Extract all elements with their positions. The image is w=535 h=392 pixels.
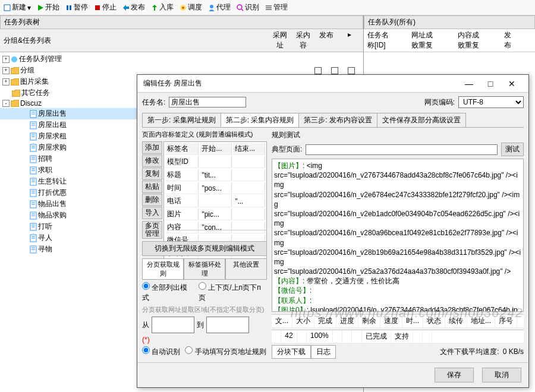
radio-manual[interactable]: 手动填写分页地址规则 — [185, 346, 266, 357]
folder-icon — [12, 90, 20, 97]
test-output: 【图片】: <imgsrc="lsupload/20200416/n_v2767… — [272, 159, 524, 312]
tree-item-label: 物品出售 — [38, 199, 67, 209]
tag-section-title: 页面内容标签定义 (规则普通编辑模式) — [142, 130, 267, 139]
task-name-input[interactable] — [169, 97, 246, 108]
cancel-button[interactable]: 取消 — [482, 368, 521, 382]
tab-block-download[interactable]: 分块下载 — [272, 345, 311, 359]
radio-auto[interactable]: 自动识别 — [142, 346, 180, 357]
recognize-button[interactable]: 识别 — [237, 2, 259, 12]
tag-row[interactable]: 标题"tit... — [165, 169, 265, 181]
queue-headers: 任务名称[ID] 网址成败重复 内容成败重复 发布 — [364, 29, 535, 52]
from-input[interactable] — [152, 317, 194, 333]
manage-button[interactable]: 管理 — [265, 2, 288, 12]
switch-mode-button[interactable]: 切换到无限级多页规则编辑模式 — [142, 241, 267, 256]
minimize-button[interactable]: — — [458, 79, 480, 88]
step-2-tab[interactable]: 第二步: 采集内容规则 — [221, 113, 300, 127]
multipage-button[interactable]: 多页 管理 — [142, 221, 162, 239]
task-name-label: 任务名: — [142, 97, 165, 108]
svg-point-7 — [210, 5, 213, 8]
close-button[interactable]: ✕ — [501, 79, 523, 88]
document-icon — [30, 200, 37, 208]
tree-item-label: 房屋求购 — [38, 143, 67, 153]
folder-icon — [11, 78, 19, 86]
tree-item-label: Discuz — [20, 99, 42, 108]
tag-添加-button[interactable]: 添加 — [142, 141, 162, 154]
svg-point-8 — [237, 5, 242, 10]
tag-复制-button[interactable]: 复制 — [142, 167, 162, 180]
tree-item-label: 房屋出售 — [38, 109, 67, 119]
edit-task-dialog: 编辑任务 房屋出售 — □ ✕ 任务名: 网页编码: UTF-8 第一步: 采集… — [137, 74, 529, 388]
expand-icon[interactable]: + — [2, 78, 10, 86]
checkbox[interactable] — [331, 67, 338, 74]
tree-item-label: 打听 — [38, 222, 52, 232]
tab-log[interactable]: 日志 — [311, 345, 336, 359]
step-3-tab[interactable]: 第三步: 发布内容设置 — [298, 113, 377, 127]
radio-all-list[interactable]: 全部列出模式 — [142, 282, 194, 303]
test-button[interactable]: 测试 — [501, 143, 524, 156]
tag-row[interactable]: 图片"pic... — [165, 208, 265, 220]
svg-rect-10 — [266, 5, 272, 7]
import-button[interactable]: 入库 — [151, 2, 174, 12]
paging-note: 分页获取网址提取区域(不指定不提取分页) — [142, 305, 267, 314]
svg-point-13 — [11, 56, 17, 62]
proxy-button[interactable]: 代理 — [208, 2, 231, 12]
maximize-button[interactable]: □ — [480, 79, 501, 88]
encoding-select[interactable]: UTF-8 — [458, 96, 524, 108]
document-icon — [30, 144, 37, 152]
tag-修改-button[interactable]: 修改 — [142, 154, 162, 167]
new-button[interactable]: 新建▾ — [4, 2, 31, 12]
expand-icon[interactable]: + — [2, 56, 10, 63]
step-1-tab[interactable]: 第一步: 采集网址规则 — [142, 113, 221, 127]
subtab-other[interactable]: 其他设置 — [225, 258, 267, 280]
download-row: 42 100% 已完成支持 — [272, 330, 524, 343]
pause-button[interactable]: 暂停 — [65, 2, 88, 12]
step-4-tab[interactable]: 文件保存及部分高级设置 — [377, 113, 466, 127]
tree-item-label: 求职 — [38, 165, 52, 175]
tag-row[interactable]: 电话"... — [165, 195, 265, 207]
tag-row[interactable]: 模型ID — [165, 156, 265, 168]
document-icon — [30, 166, 37, 175]
stop-button[interactable]: 停止 — [94, 2, 117, 12]
publish-button[interactable]: 发布 — [122, 2, 145, 12]
save-button[interactable]: 保存 — [435, 368, 474, 382]
tree-item-label: 图片采集 — [20, 77, 49, 87]
step-tabs: 第一步: 采集网址规则 第二步: 采集内容规则 第三步: 发布内容设置 文件保存… — [142, 113, 524, 128]
svg-point-6 — [182, 7, 184, 9]
schedule-button[interactable]: 调度 — [180, 2, 202, 12]
tree-item[interactable]: +任务队列管理 — [0, 53, 363, 65]
svg-rect-0 — [4, 5, 10, 11]
subtab-loop[interactable]: 标签循环处理 — [184, 258, 225, 280]
tag-row[interactable]: 时间"pos... — [165, 182, 265, 194]
document-icon — [30, 223, 37, 231]
expand-icon[interactable]: - — [2, 100, 10, 107]
queue-title: 任务队列(所有) — [364, 15, 535, 29]
document-icon — [30, 211, 37, 220]
document-icon — [30, 189, 37, 197]
radio-updown[interactable]: 上下页/上n页下n页 — [199, 282, 267, 303]
tree-item-label: 任务队列管理 — [19, 54, 62, 64]
test-url-input[interactable] — [306, 144, 498, 155]
svg-rect-11 — [266, 7, 272, 8]
encoding-label: 网页编码: — [424, 97, 455, 108]
folder-icon — [11, 67, 19, 74]
subtab-paging[interactable]: 分页获取规则 — [142, 258, 184, 280]
start-button[interactable]: 开始 — [37, 2, 59, 12]
tree-item-label: 寻人 — [38, 233, 52, 243]
folder-icon — [11, 100, 19, 107]
document-icon — [30, 110, 37, 118]
main-toolbar: 新建▾ 开始 暂停 停止 发布 入库 调度 代理 识别 管理 — [0, 0, 535, 15]
download-headers: 文...大小完成进度剩余速度时...状态续传地址...序号 — [272, 314, 524, 327]
tag-删除-button[interactable]: 删除 — [142, 194, 162, 206]
tree-item-label: 生意转让 — [38, 176, 67, 186]
dialog-title: 编辑任务 房屋出售 — [143, 78, 202, 88]
group-task-tab[interactable]: 分组&任务列表 — [4, 36, 269, 46]
expand-icon[interactable]: + — [2, 67, 10, 74]
tag-导入-button[interactable]: 导入 — [142, 207, 162, 219]
tag-粘贴-button[interactable]: 粘贴 — [142, 181, 162, 193]
checkbox[interactable] — [314, 67, 322, 74]
checkbox[interactable] — [348, 67, 355, 74]
tree-item-label: 房屋求租 — [38, 131, 67, 141]
to-input[interactable] — [206, 317, 249, 333]
tree-item-label: 分组 — [20, 65, 34, 75]
tree-item-label: 招聘 — [38, 154, 52, 164]
